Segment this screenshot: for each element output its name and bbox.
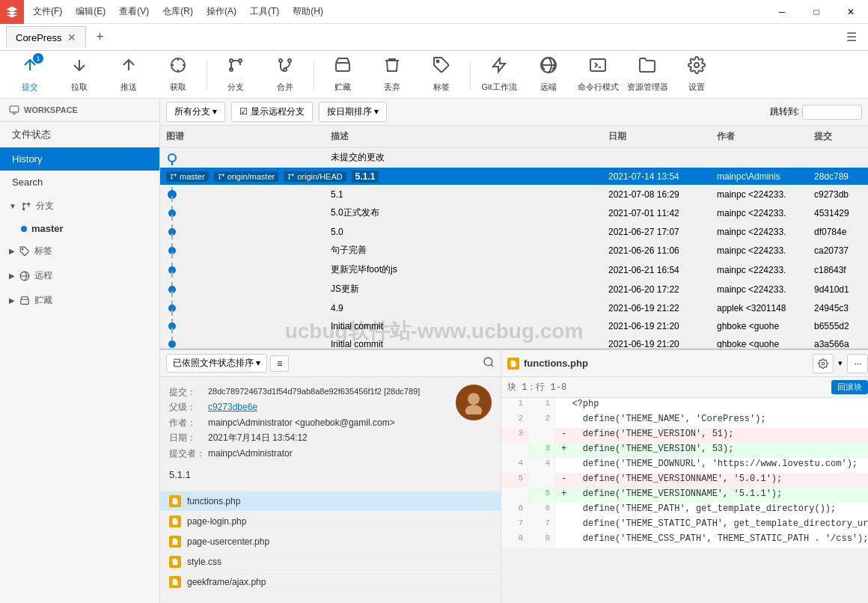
main-area: WORKSPACE 文件状态 History Search ▼ 分支 maste… [0, 99, 868, 603]
file-item-page-login[interactable]: page-login.php [160, 512, 501, 532]
jump-to-input[interactable] [802, 105, 862, 120]
menu-bar: 文件(F) 编辑(E) 查看(V) 仓库(R) 操作(A) 工具(T) 帮助(H… [24, 2, 765, 21]
commit-row-c18643f[interactable]: 更新完毕foot的js 2021-06-21 16:54 mainpc <224… [160, 260, 868, 280]
commit-button[interactable]: 提交 [6, 54, 54, 96]
commit-hash-4531429: 4531429 [808, 205, 868, 221]
close-button[interactable]: ✕ [834, 0, 868, 24]
revert-block-button[interactable]: 回滚块 [831, 380, 868, 394]
sort-files-label: 已依照文件状态排序 ▾ [173, 357, 260, 370]
branch-icon [227, 56, 245, 79]
maximize-button[interactable]: □ [799, 0, 834, 24]
menu-edit[interactable]: 编辑(E) [70, 2, 111, 21]
fetch-button[interactable]: 获取 [154, 54, 202, 96]
pull-button[interactable]: 拉取 [55, 54, 103, 96]
commit-col-header: 提交 [808, 126, 868, 147]
sidebar-item-history[interactable]: History [0, 147, 159, 171]
menu-view[interactable]: 查看(V) [113, 2, 155, 21]
commit-row-df0784e[interactable]: 5.0 2021-06-27 17:07 mainpc <224233. df0… [160, 223, 868, 241]
graph-cell-ca20737 [160, 243, 325, 258]
git-flow-button[interactable]: Git工作流 [475, 54, 523, 96]
list-view-button[interactable]: ≡ [270, 355, 289, 372]
sidebar-section-branches-header[interactable]: ▼ 分支 [0, 194, 159, 218]
diff-content[interactable]: 块 1：行 1-8 回滚块 1 1 <?php 2 2 define('THEM… [501, 377, 868, 603]
sidebar-section-tags-header[interactable]: ▶ 标签 [0, 239, 159, 263]
menu-toggle-button[interactable]: ☰ [841, 27, 862, 48]
sidebar-section-stashes: ▶ 贮藏 [0, 288, 159, 313]
sidebar: WORKSPACE 文件状态 History Search ▼ 分支 maste… [0, 99, 160, 603]
commit-hash-24945c3: 24945c3 [808, 300, 868, 316]
svg-point-13 [22, 203, 24, 204]
remote-icon [540, 56, 557, 79]
settings-label: 设置 [688, 82, 705, 93]
settings-button[interactable]: 设置 [673, 54, 721, 96]
commit-author-c9273db: mainpc <224233. [711, 186, 808, 203]
branch-label: 分支 [227, 82, 244, 93]
merge-button[interactable]: 合并 [261, 54, 309, 96]
commit-desc-a3a566a: Initial commit [325, 336, 602, 349]
search-icon[interactable] [483, 356, 495, 370]
menu-action[interactable]: 操作(A) [201, 2, 242, 21]
commit-desc-b6555d2: Initial commit [325, 318, 602, 334]
commit-avatar [456, 385, 492, 420]
diff-line-8: 6 6 define('THEME_PATH', get_template_di… [501, 503, 868, 518]
file-item-ajax-php[interactable]: geekframe/ajax.php [160, 572, 501, 593]
branch-button[interactable]: 分支 [212, 54, 260, 96]
commit-row-b6555d2[interactable]: Initial commit 2021-06-19 21:20 ghboke <… [160, 317, 868, 335]
commit-author-b6555d2: ghboke <guohe [711, 318, 808, 334]
remote-button[interactable]: 远端 [525, 54, 572, 96]
remote-section-icon [19, 271, 30, 281]
menu-tools[interactable]: 工具(T) [244, 2, 285, 21]
file-item-page-usercenter[interactable]: page-usercenter.php [160, 532, 501, 552]
sidebar-branch-master[interactable]: master [0, 218, 159, 239]
parent-label: 父级： [169, 400, 205, 414]
jump-to-label: 跳转到: [770, 105, 799, 118]
menu-file[interactable]: 文件(F) [27, 2, 68, 21]
commit-row-28dc789[interactable]: master origin/master origin/HEAD 5.1.1 [160, 168, 868, 186]
tab-corepress[interactable]: CorePress ✕ [6, 26, 86, 48]
svg-point-19 [168, 154, 176, 162]
diff-code-10: define('THEME_CSS_PATH', THEME_STATIC_PA… [555, 533, 868, 548]
commit-desc-uncommitted: 未提交的更改 [325, 148, 602, 167]
terminal-button[interactable]: 命令行模式 [574, 54, 622, 96]
parent-link[interactable]: c9273dbe6e [208, 400, 257, 414]
commit-row-ca20737[interactable]: 句子完善 2021-06-26 11:06 mainpc <224233. ca… [160, 241, 868, 260]
commit-row-c9273db[interactable]: 5.1 2021-07-08 16:29 mainpc <224233. c92… [160, 186, 868, 203]
sidebar-item-file-status[interactable]: 文件状态 [0, 122, 159, 147]
stash-button[interactable]: 贮藏 [319, 54, 367, 96]
minimize-button[interactable]: ─ [765, 0, 799, 24]
commit-row-4531429[interactable]: 5.0正式发布 2021-07-01 11:42 mainpc <224233.… [160, 203, 868, 223]
menu-repo[interactable]: 仓库(R) [156, 2, 199, 21]
diff-more-button[interactable]: ··· [847, 354, 868, 373]
new-tab-button[interactable]: + [89, 27, 110, 48]
graph-cell-uncommitted [160, 150, 325, 165]
tag-button[interactable]: 标签 [418, 54, 465, 96]
commit-info: 提交： 28dc789724673d1f54d79ab8a8e92f635456… [160, 377, 501, 492]
menu-help[interactable]: 帮助(H) [287, 2, 329, 21]
commit-row-9d410d1[interactable]: JS更新 2021-06-20 17:22 mainpc <224233. 9d… [160, 280, 868, 299]
sidebar-section-stashes-header[interactable]: ▶ 贮藏 [0, 288, 159, 313]
graph-cell-24945c3 [160, 301, 325, 316]
sort-files-button[interactable]: 已依照文件状态排序 ▾ [166, 354, 267, 373]
commit-row-24945c3[interactable]: 4.9 2021-06-19 21:22 applek <3201148 249… [160, 299, 868, 317]
diff-settings-button[interactable] [813, 354, 834, 373]
all-branches-button[interactable]: 所有分支 ▾ [166, 102, 225, 122]
file-item-functions-php[interactable]: functions.php [160, 492, 501, 512]
show-remote-button[interactable]: ☑ 显示远程分支 [231, 102, 312, 122]
file-item-style-css[interactable]: style.css [160, 552, 501, 572]
explorer-button[interactable]: 资源管理器 [623, 54, 671, 96]
graph-table[interactable]: 图谱 描述 日期 作者 提交 未提交的更改 [160, 126, 868, 348]
commit-desc-9d410d1: JS更新 [325, 280, 602, 299]
push-button[interactable]: 推送 [105, 54, 153, 96]
sidebar-section-remotes-header[interactable]: ▶ 远程 [0, 263, 159, 288]
tab-close-button[interactable]: ✕ [67, 31, 76, 43]
svg-point-30 [289, 174, 290, 175]
diff-old-ln-6: 5 [501, 473, 528, 488]
commit-row-a3a566a[interactable]: Initial commit 2021-06-19 21:20 ghboke <… [160, 335, 868, 348]
sidebar-item-search[interactable]: Search [0, 171, 159, 194]
explorer-label: 资源管理器 [627, 82, 668, 93]
discard-button[interactable]: 丢弃 [368, 54, 416, 96]
commit-info-date-row: 日期： 2021年7月14日 13:54:12 [169, 430, 456, 445]
graph-cell-a3a566a [160, 337, 325, 349]
sort-by-date-button[interactable]: 按日期排序 ▾ [319, 102, 387, 122]
commit-row-uncommitted[interactable]: 未提交的更改 [160, 148, 868, 168]
